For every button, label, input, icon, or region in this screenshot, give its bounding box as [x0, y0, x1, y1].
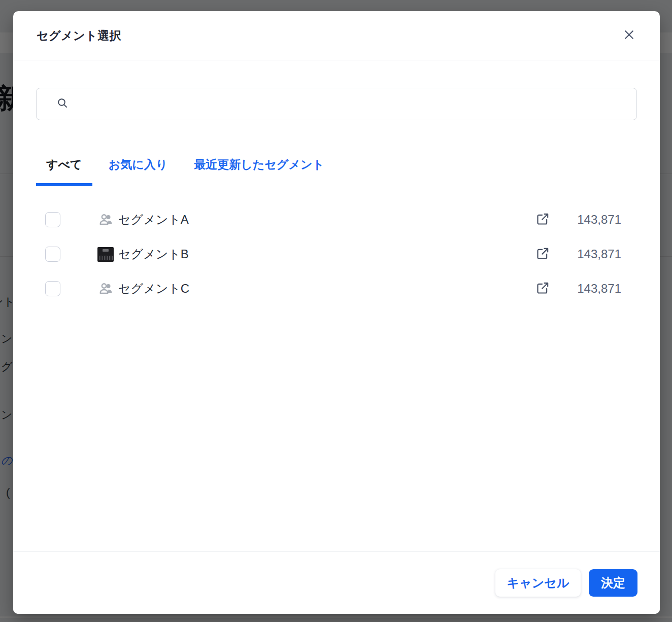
segment-list: セグメントA 143,871	[36, 202, 637, 306]
row-checkbox[interactable]	[45, 212, 60, 227]
dialog-title: セグメント選択	[37, 28, 121, 44]
segment-tabs: すべて お気に入り 最近更新したセグメント	[36, 157, 637, 186]
row-checkbox[interactable]	[45, 281, 60, 296]
segment-select-dialog: セグメント選択 すべて お気に入り 最近更新したセグメント	[13, 11, 660, 614]
segment-name: セグメントC	[118, 281, 189, 297]
segment-count: 143,871	[576, 282, 621, 296]
tab-all[interactable]: すべて	[36, 157, 92, 186]
segment-name: セグメントA	[118, 212, 189, 228]
search-input[interactable]	[77, 88, 627, 120]
open-segment-button[interactable]	[535, 212, 550, 227]
tab-favorites[interactable]: お気に入り	[98, 157, 178, 186]
image-thumbnail	[97, 247, 114, 262]
users-icon	[97, 212, 114, 227]
external-link-icon	[536, 247, 550, 262]
close-icon	[623, 28, 635, 43]
open-segment-button[interactable]	[535, 281, 550, 296]
open-segment-button[interactable]	[535, 247, 550, 262]
list-item[interactable]: セグメントC 143,871	[36, 271, 637, 306]
users-icon	[97, 281, 114, 296]
cancel-button[interactable]: キャンセル	[495, 569, 581, 597]
search-icon	[56, 97, 69, 111]
confirm-button[interactable]: 決定	[589, 569, 637, 597]
segment-name: セグメントB	[118, 246, 189, 262]
close-button[interactable]	[620, 27, 637, 44]
tab-recently-updated[interactable]: 最近更新したセグメント	[184, 157, 334, 186]
segment-count: 143,871	[576, 213, 621, 227]
dialog-body: すべて お気に入り 最近更新したセグメント セグメントA	[13, 61, 660, 306]
segment-search	[36, 88, 637, 120]
dialog-footer: キャンセル 決定	[13, 551, 660, 614]
external-link-icon	[536, 281, 550, 296]
segment-count: 143,871	[576, 247, 621, 261]
dialog-header: セグメント選択	[13, 11, 660, 60]
list-item[interactable]: セグメントA 143,871	[36, 202, 637, 237]
external-link-icon	[536, 212, 550, 227]
list-item[interactable]: セグメントB 143,871	[36, 237, 637, 271]
row-checkbox[interactable]	[45, 247, 60, 262]
